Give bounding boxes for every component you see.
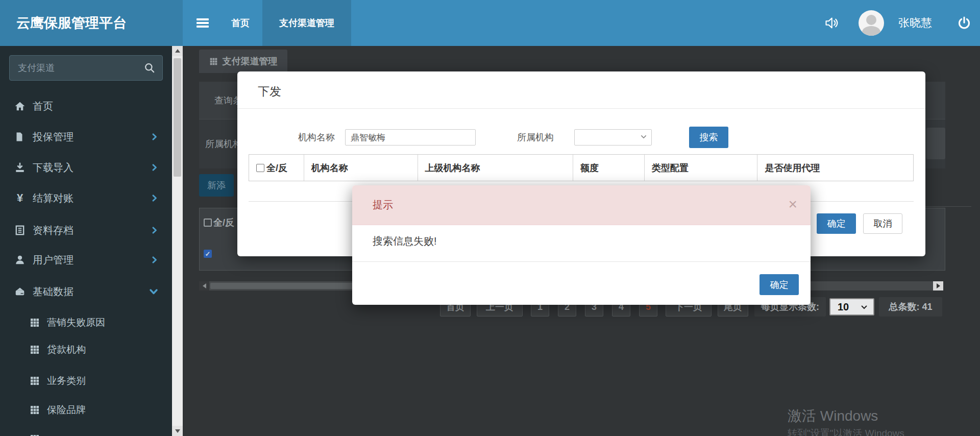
sidebar-item-settlement[interactable]: ¥ 结算对账 [0, 185, 172, 211]
panel-border-line [925, 206, 971, 207]
sidebar-item-home[interactable]: 首页 [0, 93, 172, 119]
scroll-up-button[interactable] [172, 46, 183, 56]
table-header-quota: 额度 [573, 155, 645, 181]
dispatch-modal-title: 下发 [258, 84, 281, 100]
table-header-org-name: 机构名称 [304, 155, 418, 181]
windows-activation-watermark-line1: 激活 Windows [788, 406, 878, 426]
sidebar-search-box[interactable]: 支付渠道 [9, 55, 163, 81]
chevron-down-icon [149, 286, 159, 297]
user-avatar-button[interactable] [857, 0, 885, 46]
row-checkbox-checked[interactable]: ✓ [204, 250, 212, 258]
grid-icon [30, 405, 40, 415]
divider [352, 261, 811, 262]
query-panel-button-sliver [926, 128, 945, 159]
chevron-right-icon [150, 162, 159, 173]
divider [237, 108, 925, 109]
download-icon [14, 162, 26, 173]
org-name-label: 机构名称 [298, 129, 343, 146]
sidebar-item-insurance-mgmt[interactable]: 投保管理 [0, 124, 172, 150]
hscrollbar-thumb[interactable] [210, 283, 353, 289]
arrow-up-icon [175, 49, 180, 53]
search-button[interactable]: 搜索 [689, 127, 728, 148]
alert-title: 提示 [373, 185, 393, 225]
total-count-label: 总条数: 41 [879, 297, 942, 317]
arrow-left-icon [203, 283, 206, 288]
close-icon[interactable]: × [788, 197, 797, 212]
table-header-type-config: 类型配置 [645, 155, 758, 181]
content-tab-payment-channel[interactable]: 支付渠道管理 [199, 50, 287, 73]
grid-icon [30, 376, 40, 386]
org-label: 所属机构 [205, 138, 242, 150]
search-icon[interactable] [144, 62, 155, 74]
file-icon [14, 131, 26, 142]
chevron-right-icon [150, 193, 159, 203]
logout-button[interactable] [952, 0, 976, 46]
windows-activation-watermark-line2: 转到"设置"以激活 Windows [788, 427, 904, 436]
sidebar-item-base-data[interactable]: 基础数据 [0, 279, 172, 304]
org-name-input[interactable] [345, 129, 476, 146]
hdd-icon [14, 286, 26, 297]
list-row: ✓ [204, 247, 212, 261]
power-icon [957, 16, 971, 30]
dispatch-cancel-button[interactable]: 取消 [863, 213, 902, 234]
hamburger-icon [197, 17, 209, 30]
scroll-left-button[interactable] [199, 281, 209, 290]
sidebar-scrollbar[interactable] [172, 46, 183, 436]
parent-org-label: 所属机构 [517, 129, 562, 146]
select-all-row: 全/反 [204, 215, 234, 230]
alert-confirm-button[interactable]: 确定 [760, 274, 799, 295]
user-name: 张晓慧 [898, 0, 932, 46]
scroll-down-button[interactable] [172, 426, 183, 436]
brand-logo: 云鹰保服管理平台 [0, 0, 183, 46]
sidebar: 支付渠道 首页 投保管理 下载导入 [0, 46, 172, 436]
tab-payment-channel[interactable]: 支付渠道管理 [262, 0, 351, 46]
grid-icon [209, 57, 218, 66]
sidebar-item-archive[interactable]: 资料存档 [0, 217, 172, 243]
speaker-icon [825, 16, 840, 30]
arrow-down-icon [175, 429, 180, 433]
chevron-right-icon [150, 132, 159, 142]
alert-modal: 提示 × 搜索信息失败! 确定 [352, 185, 811, 305]
select-all-checkbox[interactable] [204, 219, 212, 227]
per-page-select[interactable]: 10 [829, 298, 874, 316]
yen-icon: ¥ [14, 191, 26, 205]
sidebar-subitem-business-category[interactable]: 业务类别 [0, 368, 172, 394]
sidebar-subitem-marketing-fail-reason[interactable]: 营销失败原因 [0, 310, 172, 335]
alert-message: 搜索信息失败! [373, 234, 437, 248]
chevron-down-icon [860, 303, 868, 311]
chevron-right-icon [150, 225, 159, 235]
chevron-right-icon [150, 255, 159, 265]
caret-down-icon [640, 133, 647, 140]
user-icon [14, 254, 26, 265]
sidebar-search-input[interactable]: 支付渠道 [10, 56, 162, 80]
sidebar-item-download-import[interactable]: 下载导入 [0, 155, 172, 180]
scrollbar-thumb[interactable] [174, 58, 181, 177]
scroll-right-button[interactable] [933, 281, 943, 290]
alert-header: 提示 × [352, 185, 811, 225]
avatar [859, 10, 884, 36]
top-navbar: 首页 支付渠道管理 张晓慧 [183, 0, 980, 46]
header-checkbox[interactable] [256, 164, 264, 172]
grid-icon [30, 345, 40, 355]
add-button[interactable]: 新添 [199, 174, 234, 197]
home-icon [14, 101, 26, 112]
tab-home[interactable]: 首页 [218, 0, 262, 46]
table-header-select-all: 全/反 [249, 155, 304, 181]
archive-icon [14, 225, 26, 236]
parent-org-select[interactable] [574, 129, 652, 146]
sidebar-item-user-mgmt[interactable]: 用户管理 [0, 247, 172, 273]
sidebar-subitem-loan-institution[interactable]: 贷款机构 [0, 337, 172, 362]
speaker-button[interactable] [821, 0, 844, 46]
dispatch-table-header-row: 全/反 机构名称 上级机构名称 额度 类型配置 是否使用代理 [249, 154, 914, 181]
table-header-use-proxy: 是否使用代理 [757, 155, 913, 181]
arrow-right-icon [937, 283, 940, 288]
grid-icon [30, 318, 40, 328]
sidebar-subitem-partial[interactable] [0, 426, 172, 436]
grid-icon [30, 434, 40, 436]
sidebar-subitem-insurance-brand[interactable]: 保险品牌 [0, 397, 172, 423]
dispatch-confirm-button[interactable]: 确定 [817, 213, 856, 234]
table-header-parent-org: 上级机构名称 [418, 155, 574, 181]
sidebar-toggle-button[interactable] [190, 0, 215, 46]
